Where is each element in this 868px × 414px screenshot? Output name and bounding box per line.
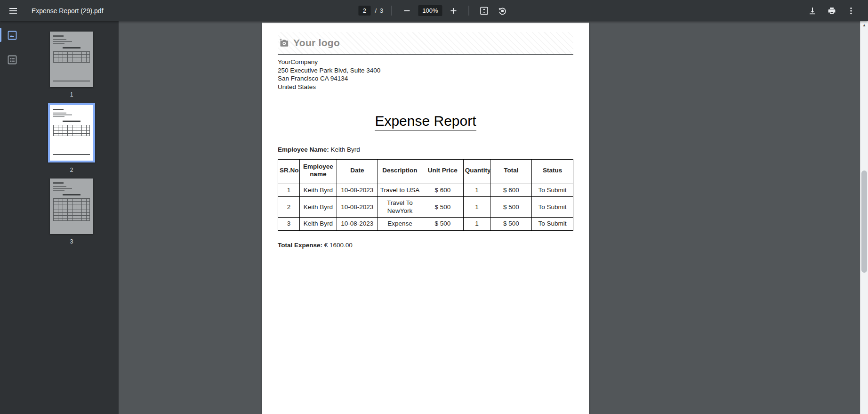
table-cell: 1 [463,184,490,196]
page-separator: / [375,7,377,14]
table-cell: $ 600 [490,184,532,196]
table-cell: $ 500 [490,197,532,218]
table-cell: 1 [463,197,490,218]
column-header: Quantity [463,160,490,184]
scrollbar-thumb[interactable] [861,170,867,273]
column-header: Date [337,160,378,184]
table-cell: 10-08-2023 [337,218,378,230]
fit-to-page-icon[interactable] [477,4,491,18]
table-cell: Keith Byrd [299,184,337,196]
table-cell: Travel to USA [378,184,422,196]
menu-icon[interactable] [6,4,20,18]
table-cell: 1 [463,218,490,230]
logo-text: Your logo [293,37,340,49]
pdf-toolbar: Expense Report (29).pdf / 3 100% [0,0,868,21]
toolbar-divider [391,6,392,16]
thumbnail-page-1[interactable] [50,32,93,87]
total-expense-line: Total Expense: € 1600.00 [278,242,573,249]
column-header: SR.No [278,160,300,184]
print-icon[interactable] [825,4,839,18]
company-address-line1: 250 Executive Park Blvd, Suite 3400 [278,66,573,75]
vertical-scrollbar[interactable]: ▲ [860,21,868,414]
table-cell: Keith Byrd [299,197,337,218]
table-cell: Keith Byrd [299,218,337,230]
zoom-in-icon[interactable] [447,4,461,18]
company-address-line3: United States [278,83,573,91]
table-cell: Travel To NewYork [378,197,422,218]
column-header: Status [532,160,573,184]
table-row: 3Keith Byrd10-08-2023Expense$ 5001$ 500T… [278,218,573,230]
logo-placeholder: Your logo [278,32,573,54]
sidebar: 123 [0,21,119,414]
company-name: YourCompany [278,58,573,66]
table-cell: $ 500 [422,218,463,230]
pdf-page: Your logo YourCompany 250 Executive Park… [262,23,589,414]
employee-name-line: Employee Name: Keith Byrd [278,146,573,153]
sidebar-rail [0,21,24,414]
active-view-indicator [0,28,1,42]
table-cell: $ 500 [490,218,532,230]
table-cell: 3 [278,218,300,230]
table-cell: $ 600 [422,184,463,196]
thumbnail-page-number: 1 [70,91,73,98]
thumbnail-preview [50,105,93,159]
table-row: 2Keith Byrd10-08-2023Travel To NewYork$ … [278,197,573,218]
more-options-icon[interactable] [844,4,858,18]
thumbnail-page-number: 3 [70,238,73,245]
table-cell: Expense [378,218,422,230]
table-cell: 10-08-2023 [337,184,378,196]
total-expense-value: € 1600.00 [324,242,353,249]
employee-name-label: Employee Name: [278,146,329,153]
document-outline-icon[interactable] [5,53,19,67]
table-row: 1Keith Byrd10-08-2023Travel to USA$ 6001… [278,184,573,196]
thumbnail-page-3[interactable] [50,179,93,234]
pdf-viewport[interactable]: Your logo YourCompany 250 Executive Park… [119,21,860,414]
column-header: Description [378,160,422,184]
table-cell: $ 500 [422,197,463,218]
thumbnail-preview [50,179,93,225]
download-icon[interactable] [805,4,820,18]
scroll-up-icon[interactable]: ▲ [860,21,868,29]
report-title: Expense Report [278,113,573,129]
thumbnail-panel: 123 [24,21,119,414]
employee-name-value: Keith Byrd [331,146,360,153]
zoom-out-icon[interactable] [400,4,414,18]
company-address-line2: San Francisco CA 94134 [278,74,573,83]
expense-table: SR.NoEmployee nameDateDescriptionUnit Pr… [278,159,573,231]
table-cell: 2 [278,197,300,218]
table-cell: 1 [278,184,300,196]
table-cell: To Submit [532,197,573,218]
expense-table-header-row: SR.NoEmployee nameDateDescriptionUnit Pr… [278,160,573,184]
header-rule [278,54,573,55]
thumbnail-page-2[interactable] [48,103,95,162]
thumbnail-page-number: 2 [70,167,73,173]
zoom-level[interactable]: 100% [418,5,442,16]
column-header: Unit Price [422,160,463,184]
table-cell: 10-08-2023 [337,197,378,218]
rotate-counterclockwise-icon[interactable] [496,4,510,18]
table-cell: To Submit [532,184,573,196]
column-header: Total [490,160,532,184]
toolbar-divider [469,6,469,16]
page-count: 3 [380,7,383,14]
thumbnail-preview [50,32,93,85]
table-cell: To Submit [532,218,573,230]
page-number-input[interactable] [358,6,370,16]
document-title: Expense Report (29).pdf [32,7,104,15]
thumbnails-view-icon[interactable] [5,28,19,42]
total-expense-label: Total Expense: [278,242,322,249]
column-header: Employee name [299,160,337,184]
camera-icon [279,39,289,47]
